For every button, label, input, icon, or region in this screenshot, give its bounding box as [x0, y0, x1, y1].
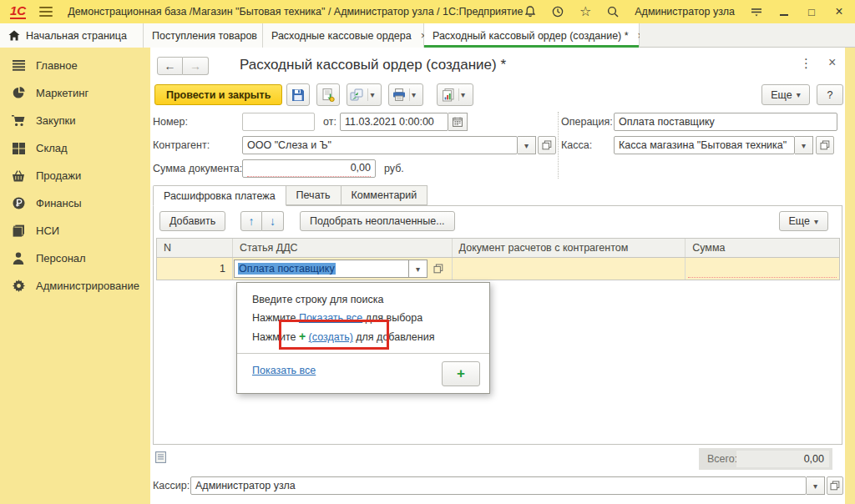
- form-close-icon[interactable]: ×: [828, 55, 836, 70]
- row-number-cell: 1: [157, 258, 233, 280]
- cashier-dropdown-icon[interactable]: ▾: [807, 476, 825, 495]
- settlement-doc-cell[interactable]: [453, 258, 686, 280]
- dropdown-caret-icon[interactable]: ▾: [409, 88, 419, 101]
- create-inline-link[interactable]: (создать): [309, 331, 353, 343]
- cashbox-open-icon[interactable]: [816, 136, 834, 154]
- favorites-star-icon[interactable]: ☆: [578, 4, 593, 19]
- chevron-down-icon: ▾: [814, 217, 818, 226]
- add-row-button[interactable]: Добавить: [159, 211, 225, 231]
- sidebar-item-administration[interactable]: Администрирование: [0, 272, 150, 300]
- basket-icon: [12, 169, 25, 183]
- dropdown-caret-icon[interactable]: ▾: [367, 88, 377, 101]
- sidebar-item-main[interactable]: Главное: [0, 52, 150, 79]
- calendar-icon[interactable]: [448, 113, 468, 131]
- total-box: Всего: 0,00: [699, 448, 832, 470]
- operation-field[interactable]: Оплата поставщику: [614, 113, 837, 131]
- dropdown-caret-icon[interactable]: ▾: [458, 88, 468, 101]
- form-tab-strip: Расшифровка платежа Печать Комментарий: [153, 185, 428, 206]
- help-button[interactable]: ?: [817, 84, 843, 105]
- main-menu-icon[interactable]: [39, 7, 53, 17]
- notifications-bell-icon[interactable]: [523, 4, 538, 19]
- tab-bar-empty-space: [640, 23, 855, 47]
- minimize-icon[interactable]: [777, 4, 792, 19]
- title-bar: 1С Демонстрационная база /Магазин "Бытов…: [0, 0, 855, 23]
- history-clock-icon[interactable]: [550, 4, 565, 19]
- create-based-on-button[interactable]: ▾: [347, 83, 382, 106]
- amount-field[interactable]: 0,00: [242, 159, 376, 178]
- form-more-button[interactable]: Еще ▾: [761, 84, 810, 105]
- back-button[interactable]: ←: [157, 57, 183, 75]
- service-menu-icon[interactable]: [749, 4, 764, 19]
- print-button[interactable]: ▾: [388, 83, 423, 106]
- column-header-settlement-doc[interactable]: Документ расчетов с контрагентом: [453, 239, 686, 257]
- close-icon[interactable]: ×: [832, 4, 847, 19]
- post-and-close-button[interactable]: Провести и закрыть: [154, 84, 282, 105]
- tab-rashodnyj-kassovyj-order-sozdanie[interactable]: Расходный кассовый ордер (создание) * ×: [424, 23, 640, 48]
- chevron-down-icon: ▾: [797, 90, 801, 99]
- dds-item-cell[interactable]: Оплата поставщику ▾: [233, 258, 453, 280]
- number-field[interactable]: [242, 113, 315, 131]
- footer-list-icon[interactable]: [155, 451, 166, 466]
- counterparty-dropdown-icon[interactable]: ▾: [518, 136, 536, 154]
- window-title: Демонстрационная база /Магазин "Бытовая …: [68, 6, 523, 18]
- number-label: Номер:: [153, 113, 188, 131]
- search-icon[interactable]: [605, 4, 620, 19]
- sidebar-item-nsi[interactable]: НСИ: [0, 217, 150, 244]
- dds-item-input[interactable]: Оплата поставщику: [234, 260, 409, 278]
- sidebar-item-finance[interactable]: Финансы: [0, 189, 150, 217]
- plus-icon: +: [457, 365, 465, 382]
- counterparty-field[interactable]: ООО "Слеза и Ъ": [242, 136, 518, 154]
- maximize-icon[interactable]: □: [804, 4, 819, 19]
- form-title: Расходный кассовый ордер (создание) *: [240, 57, 506, 73]
- column-header-dds-item[interactable]: Статья ДДС: [233, 239, 453, 257]
- create-new-button[interactable]: +: [442, 361, 480, 386]
- sidebar-item-personnel[interactable]: Персонал: [0, 244, 150, 272]
- dropdown-hints: Введите строку для поиска Нажмите Показа…: [252, 290, 434, 346]
- tab-print[interactable]: Печать: [286, 185, 341, 205]
- sidebar-item-warehouse[interactable]: Склад: [0, 134, 150, 162]
- sections-menu-icon: [12, 59, 25, 73]
- selected-text: Оплата поставщику: [238, 263, 336, 275]
- currency-label: руб.: [384, 159, 404, 178]
- save-button[interactable]: [286, 83, 310, 106]
- date-field[interactable]: 11.03.2021 0:00:00: [340, 113, 448, 131]
- sidebar-item-marketing[interactable]: Маркетинг: [0, 79, 150, 107]
- forward-button[interactable]: →: [183, 57, 209, 75]
- application-window: 1С Демонстрационная база /Магазин "Бытов…: [0, 0, 855, 504]
- form-menu-kebab-icon[interactable]: ⋮: [800, 56, 812, 71]
- tab-home[interactable]: Начальная страница: [0, 23, 144, 48]
- tab-rashodnye-kassovye-ordera[interactable]: Расходные кассовые ордера ×: [263, 23, 424, 48]
- grid-row-1[interactable]: 1 Оплата поставщику ▾: [157, 258, 839, 280]
- move-up-button[interactable]: ↑: [240, 211, 262, 231]
- cashbox-field[interactable]: Касса магазина "Бытовая техника": [614, 136, 795, 154]
- warehouse-icon: [12, 142, 25, 155]
- popup-divider: [237, 353, 489, 354]
- tab-payment-breakdown[interactable]: Расшифровка платежа: [153, 185, 286, 206]
- counterparty-label: Контрагент:: [153, 136, 210, 154]
- column-header-n[interactable]: N: [157, 239, 233, 257]
- cashbox-dropdown-icon[interactable]: ▾: [795, 136, 813, 154]
- reports-button[interactable]: ▾: [437, 83, 473, 106]
- cashier-field[interactable]: Администратор узла: [190, 476, 807, 495]
- dds-dropdown-icon[interactable]: ▾: [409, 260, 428, 278]
- current-user[interactable]: Администратор узла: [635, 6, 735, 18]
- tab-comment[interactable]: Комментарий: [341, 185, 428, 205]
- hint-line-3: Нажмите + (создать) для добавления: [252, 327, 434, 346]
- show-all-link[interactable]: Показать все: [252, 365, 316, 376]
- grid-more-button[interactable]: Еще ▾: [779, 211, 828, 231]
- tab-postupleniya-tovarov[interactable]: Поступления товаров ×: [144, 23, 263, 48]
- cashbox-label: Касса:: [561, 136, 592, 154]
- post-document-button[interactable]: [316, 83, 340, 106]
- show-all-inline-link[interactable]: Показать все: [299, 312, 362, 324]
- move-down-button[interactable]: ↓: [262, 211, 284, 231]
- column-header-amount[interactable]: Сумма: [686, 239, 839, 257]
- dds-open-icon[interactable]: [429, 260, 448, 278]
- cashier-open-icon[interactable]: [827, 476, 843, 495]
- hint-line-2: Нажмите Показать все для выбора: [252, 309, 434, 327]
- sidebar-item-purchases[interactable]: Закупки: [0, 107, 150, 134]
- amount-cell[interactable]: [686, 258, 839, 280]
- pick-unpaid-button[interactable]: Подобрать неоплаченные...: [300, 211, 455, 231]
- sidebar-item-sales[interactable]: Продажи: [0, 162, 150, 189]
- counterparty-open-icon[interactable]: [538, 136, 556, 154]
- total-label: Всего:: [707, 453, 737, 465]
